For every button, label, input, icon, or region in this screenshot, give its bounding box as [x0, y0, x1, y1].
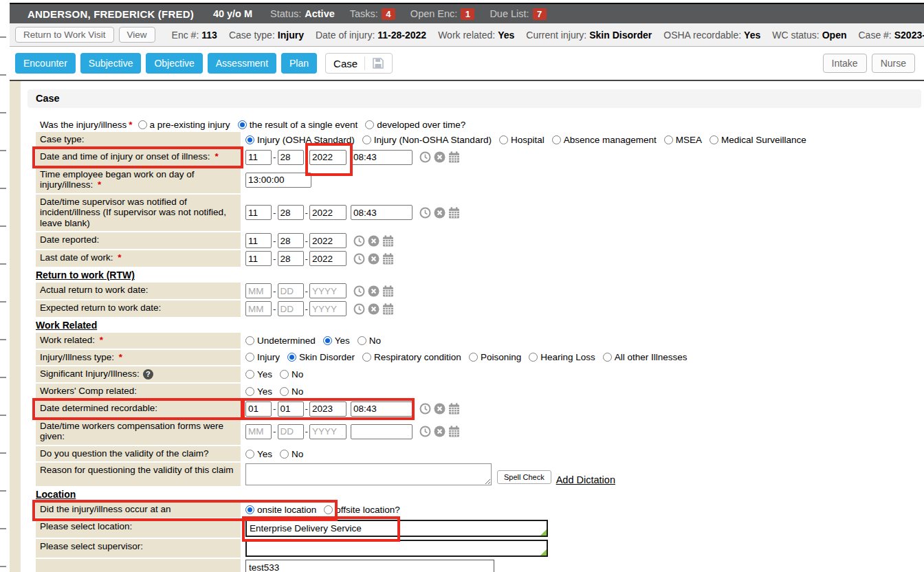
radio-option-offsite-location[interactable]: offsite location?: [324, 505, 400, 515]
radio-option-hearing-loss[interactable]: Hearing Loss: [529, 352, 595, 362]
radio-option-no[interactable]: No: [280, 369, 303, 380]
radio-button[interactable]: [469, 353, 478, 362]
tasks-count-badge[interactable]: 4: [382, 8, 395, 20]
clock-icon[interactable]: [353, 235, 365, 247]
nurse-button[interactable]: Nurse: [872, 54, 915, 73]
clock-icon[interactable]: [353, 303, 365, 315]
radio-option-onsite-location[interactable]: onsite location: [245, 505, 316, 515]
radio-option-injury-osha-standard[interactable]: Injury (OSHA Standard): [245, 135, 355, 145]
combo-input[interactable]: [245, 540, 548, 557]
year-input[interactable]: [309, 402, 346, 417]
combo-input[interactable]: [245, 520, 548, 537]
radio-option-poisoning[interactable]: Poisoning: [469, 352, 521, 362]
tab-subjective[interactable]: Subjective: [80, 53, 142, 74]
day-input[interactable]: [278, 301, 304, 316]
day-input[interactable]: [278, 251, 304, 266]
radio-button[interactable]: [552, 135, 561, 144]
radio-option-all-other-illnesses[interactable]: All other Illnesses: [603, 352, 688, 362]
clock-icon[interactable]: [353, 253, 365, 265]
clear-icon[interactable]: [368, 285, 380, 297]
tab-assessment[interactable]: Assessment: [208, 53, 276, 74]
radio-button[interactable]: [323, 336, 332, 345]
return-to-work-visit-button[interactable]: Return to Work Visit: [15, 27, 114, 43]
radio-option-developed-over-time[interactable]: developed over time?: [365, 120, 465, 130]
radio-button[interactable]: [280, 450, 289, 459]
radio-option-injury-non-osha-standard[interactable]: Injury (Non-OSHA Standard): [362, 135, 492, 145]
year-input[interactable]: [309, 283, 346, 298]
tab-encounter[interactable]: Encounter: [15, 53, 76, 74]
due-list-count-badge[interactable]: 7: [533, 8, 547, 20]
help-icon[interactable]: ?: [143, 369, 153, 380]
radio-button[interactable]: [245, 450, 254, 459]
calendar-icon[interactable]: [382, 253, 394, 265]
radio-button[interactable]: [603, 353, 612, 362]
calendar-icon[interactable]: [448, 207, 460, 219]
clear-icon[interactable]: [368, 235, 380, 247]
clock-icon[interactable]: [419, 207, 431, 219]
year-input[interactable]: [309, 205, 346, 220]
day-input[interactable]: [278, 205, 304, 220]
calendar-icon[interactable]: [448, 403, 460, 415]
time-text-input[interactable]: [245, 173, 311, 188]
clear-icon[interactable]: [434, 151, 446, 163]
year-input[interactable]: [309, 233, 346, 248]
radio-option-no[interactable]: No: [280, 449, 303, 459]
clock-icon[interactable]: [353, 285, 365, 297]
radio-option-yes[interactable]: Yes: [245, 449, 272, 459]
calendar-icon[interactable]: [382, 285, 394, 297]
year-input[interactable]: [309, 301, 346, 316]
day-input[interactable]: [278, 424, 304, 439]
time-input[interactable]: [351, 424, 412, 439]
year-input[interactable]: [309, 251, 346, 266]
radio-option-a-pre-existing-injury[interactable]: a pre-existing injury: [138, 120, 230, 130]
calendar-icon[interactable]: [448, 151, 460, 163]
radio-button[interactable]: [529, 353, 538, 362]
partial-text-input[interactable]: [245, 560, 494, 572]
month-input[interactable]: [245, 301, 272, 316]
clear-icon[interactable]: [368, 253, 380, 265]
radio-button[interactable]: [245, 336, 254, 345]
month-input[interactable]: [245, 233, 272, 248]
radio-option-skin-disorder[interactable]: Skin Disorder: [287, 352, 355, 362]
radio-button[interactable]: [138, 120, 147, 129]
clear-icon[interactable]: [434, 426, 446, 437]
radio-button[interactable]: [710, 135, 718, 144]
month-input[interactable]: [245, 424, 272, 439]
radio-button[interactable]: [287, 353, 296, 362]
radio-button[interactable]: [324, 505, 333, 514]
month-input[interactable]: [245, 251, 272, 266]
month-input[interactable]: [245, 283, 272, 298]
save-disk-icon[interactable]: [372, 57, 384, 69]
radio-button[interactable]: [245, 505, 254, 514]
reason-textarea[interactable]: [245, 463, 492, 485]
radio-button[interactable]: [365, 120, 374, 129]
month-input[interactable]: [245, 205, 272, 220]
radio-button[interactable]: [280, 387, 289, 396]
radio-option-yes[interactable]: Yes: [245, 369, 272, 380]
time-input[interactable]: [351, 402, 412, 417]
add-dictation-link[interactable]: Add Dictation: [556, 474, 615, 485]
radio-option-msea[interactable]: MSEA: [664, 135, 702, 145]
calendar-icon[interactable]: [382, 303, 394, 315]
tab-plan[interactable]: Plan: [281, 53, 317, 74]
tab-objective[interactable]: Objective: [146, 53, 202, 74]
time-input[interactable]: [351, 205, 412, 220]
radio-option-no[interactable]: No: [358, 336, 381, 346]
radio-button[interactable]: [280, 370, 289, 379]
intake-button[interactable]: Intake: [823, 54, 867, 73]
clear-icon[interactable]: [368, 303, 380, 315]
calendar-icon[interactable]: [382, 235, 394, 247]
clear-icon[interactable]: [434, 207, 446, 219]
time-input[interactable]: [351, 150, 412, 165]
year-input[interactable]: [309, 150, 346, 165]
radio-option-the-result-of-a-single-event[interactable]: the result of a single event: [238, 120, 358, 130]
radio-button[interactable]: [358, 336, 366, 345]
day-input[interactable]: [278, 233, 304, 248]
radio-option-hospital[interactable]: Hospital: [499, 135, 544, 145]
radio-button[interactable]: [499, 135, 508, 144]
view-button[interactable]: View: [119, 27, 155, 43]
month-input[interactable]: [245, 150, 272, 165]
day-input[interactable]: [278, 402, 304, 417]
radio-button[interactable]: [362, 135, 371, 144]
open-enc-count-badge[interactable]: 1: [461, 8, 474, 20]
